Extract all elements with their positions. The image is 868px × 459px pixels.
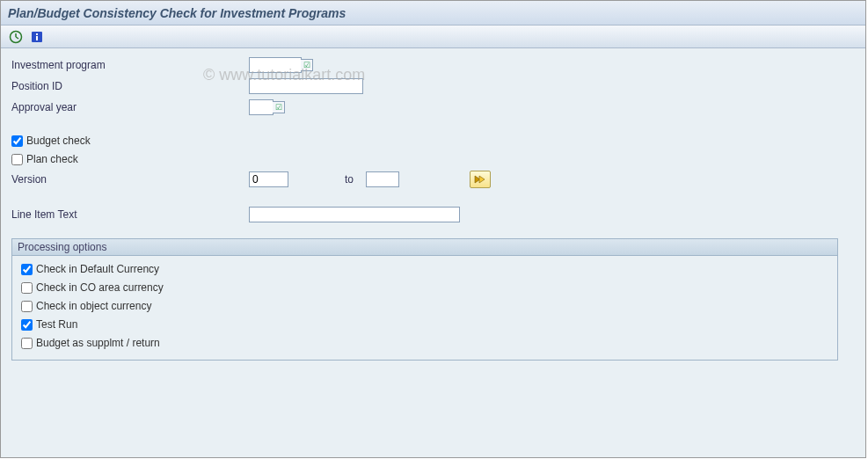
object-currency-label: Check in object currency	[36, 300, 151, 312]
test-run-checkbox[interactable]	[21, 319, 33, 331]
investment-program-input[interactable]	[249, 57, 302, 73]
approval-year-input[interactable]	[249, 99, 274, 115]
search-help-icon[interactable]: ☑	[301, 59, 313, 71]
version-from-input[interactable]	[249, 171, 288, 187]
version-label: Version	[11, 173, 249, 186]
version-to-input[interactable]	[366, 171, 399, 187]
svg-line-2	[16, 37, 18, 39]
position-id-label: Position ID	[11, 80, 249, 92]
budget-supp-return-checkbox[interactable]	[21, 338, 33, 349]
plan-check-checkbox[interactable]	[11, 154, 23, 165]
line-item-text-label: Line Item Text	[11, 208, 249, 221]
toolbar	[1, 26, 865, 48]
budget-check-checkbox[interactable]	[11, 135, 23, 147]
multiple-selection-button[interactable]	[470, 171, 491, 188]
processing-options-group: Processing options Check in Default Curr…	[11, 238, 838, 361]
default-currency-checkbox[interactable]	[21, 264, 33, 275]
app-window: Plan/Budget Consistency Check for Invest…	[0, 0, 866, 458]
page-title: Plan/Budget Consistency Check for Invest…	[8, 6, 346, 20]
test-run-label: Test Run	[36, 318, 77, 331]
title-bar: Plan/Budget Consistency Check for Invest…	[1, 1, 865, 26]
co-area-currency-checkbox[interactable]	[21, 282, 33, 294]
position-id-input[interactable]	[249, 78, 363, 94]
version-to-label: to	[345, 173, 354, 186]
default-currency-label: Check in Default Currency	[36, 263, 159, 275]
approval-year-label: Approval year	[11, 101, 249, 113]
group-title: Processing options	[12, 239, 837, 256]
plan-check-label: Plan check	[26, 153, 78, 165]
line-item-text-input[interactable]	[249, 207, 460, 222]
svg-rect-5	[36, 36, 38, 40]
budget-supp-return-label: Budget as supplmt / return	[36, 337, 160, 349]
svg-rect-4	[36, 33, 38, 35]
content-area: © www.tutorialkart.com Investment progra…	[1, 48, 865, 457]
object-currency-checkbox[interactable]	[21, 301, 33, 312]
info-icon[interactable]	[29, 29, 45, 45]
execute-icon[interactable]	[8, 29, 24, 45]
budget-check-label: Budget check	[26, 135, 91, 147]
investment-program-label: Investment program	[11, 59, 249, 71]
search-help-icon[interactable]: ☑	[273, 101, 285, 113]
co-area-currency-label: Check in CO area currency	[36, 281, 164, 294]
